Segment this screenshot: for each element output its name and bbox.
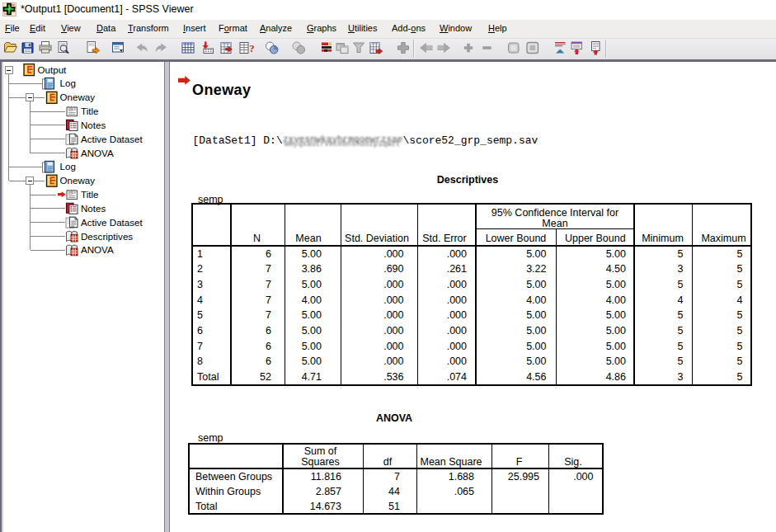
svg-text:4.56: 4.56 xyxy=(526,371,546,383)
svg-text:5: 5 xyxy=(737,371,743,383)
svg-text:5.00: 5.00 xyxy=(606,341,626,352)
svg-text:Active Dataset: Active Dataset xyxy=(81,134,143,144)
svg-text:Active Dataset: Active Dataset xyxy=(81,217,143,228)
svg-text:5: 5 xyxy=(678,309,684,321)
svg-text:Std. Deviation: Std. Deviation xyxy=(345,233,409,244)
svg-text:.000: .000 xyxy=(447,355,467,367)
svg-text:Output: Output xyxy=(38,64,68,75)
svg-text:\score52_grp_semp.sav: \score52_grp_semp.sav xyxy=(403,134,538,147)
svg-text:Title: Title xyxy=(81,106,98,116)
svg-text:25.995: 25.995 xyxy=(508,471,539,483)
svg-text:4.00: 4.00 xyxy=(302,294,322,306)
svg-text:Lower Bound: Lower Bound xyxy=(486,233,547,244)
svg-text:1.688: 1.688 xyxy=(449,471,474,483)
svg-text:Total: Total xyxy=(195,501,217,512)
svg-text:Notes: Notes xyxy=(81,203,106,214)
svg-text:semp: semp xyxy=(198,432,223,444)
svg-text:44: 44 xyxy=(388,486,400,497)
svg-text:4.50: 4.50 xyxy=(606,263,626,275)
svg-text:.000: .000 xyxy=(447,248,467,260)
svg-text:.000: .000 xyxy=(383,341,403,352)
svg-text:Title: Title xyxy=(81,189,98,200)
svg-text:.000: .000 xyxy=(383,294,403,306)
svg-text:5.00: 5.00 xyxy=(302,279,322,290)
svg-text:.000: .000 xyxy=(447,279,467,290)
svg-text:5.00: 5.00 xyxy=(526,309,546,321)
svg-text:.261: .261 xyxy=(447,263,467,275)
svg-text:Sig.: Sig. xyxy=(564,456,582,468)
svg-text:[DataSet1] D:\: [DataSet1] D:\ xyxy=(193,134,283,147)
svg-text:6: 6 xyxy=(266,325,271,337)
svg-text:5.00: 5.00 xyxy=(606,279,626,290)
svg-text:4: 4 xyxy=(197,294,203,306)
svg-text:Oneway: Oneway xyxy=(192,82,251,98)
svg-text:5.00: 5.00 xyxy=(302,248,322,260)
svg-text:Log: Log xyxy=(60,161,76,172)
svg-text:.065: .065 xyxy=(454,486,474,497)
svg-text:51: 51 xyxy=(388,501,400,512)
svg-text:5.00: 5.00 xyxy=(606,325,626,337)
svg-text:6: 6 xyxy=(266,248,271,260)
svg-text:5: 5 xyxy=(737,325,743,337)
svg-text:5.00: 5.00 xyxy=(526,325,546,337)
svg-text:4.00: 4.00 xyxy=(606,294,626,306)
svg-text:Upper Bound: Upper Bound xyxy=(565,233,626,244)
svg-text:.000: .000 xyxy=(447,341,467,352)
svg-text:5.00: 5.00 xyxy=(606,309,626,321)
svg-text:.000: .000 xyxy=(383,325,403,337)
svg-text:5.00: 5.00 xyxy=(302,341,322,352)
svg-text:5: 5 xyxy=(678,325,684,337)
svg-text:Std. Error: Std. Error xyxy=(422,233,467,244)
svg-text:3.22: 3.22 xyxy=(526,263,546,275)
svg-text:7: 7 xyxy=(266,309,271,321)
svg-text:5.00: 5.00 xyxy=(302,355,322,367)
svg-text:Mean: Mean xyxy=(542,218,567,229)
svg-text:7: 7 xyxy=(266,279,271,290)
svg-text:11.816: 11.816 xyxy=(311,471,341,483)
svg-text:6: 6 xyxy=(197,325,203,337)
svg-text:2.857: 2.857 xyxy=(316,486,341,497)
svg-text:4.00: 4.00 xyxy=(526,294,546,306)
svg-text:.536: .536 xyxy=(383,371,403,383)
svg-text:4.71: 4.71 xyxy=(302,371,322,383)
svg-text:5: 5 xyxy=(678,355,684,367)
svg-text:Log: Log xyxy=(60,78,76,88)
svg-text:5.00: 5.00 xyxy=(526,341,546,352)
svg-text:ANOVA: ANOVA xyxy=(81,244,114,255)
svg-text:6: 6 xyxy=(266,355,271,367)
svg-text:2: 2 xyxy=(197,263,203,275)
svg-text:3: 3 xyxy=(678,263,684,275)
svg-text:5: 5 xyxy=(737,341,743,352)
svg-text:6: 6 xyxy=(266,341,271,352)
svg-text:5: 5 xyxy=(737,279,743,290)
svg-text:1: 1 xyxy=(197,248,203,260)
svg-text:.000: .000 xyxy=(573,471,593,483)
svg-text:F: F xyxy=(516,456,523,468)
svg-text:.000: .000 xyxy=(383,248,403,260)
svg-text:5: 5 xyxy=(737,309,743,321)
svg-text:7: 7 xyxy=(394,471,400,483)
svg-text:Mean Square: Mean Square xyxy=(420,456,482,468)
svg-text:Total: Total xyxy=(197,371,219,383)
svg-text:5.00: 5.00 xyxy=(526,248,546,260)
svg-text:.690: .690 xyxy=(383,263,403,275)
svg-text:7: 7 xyxy=(266,263,271,275)
svg-text:5.00: 5.00 xyxy=(606,248,626,260)
svg-text:4: 4 xyxy=(678,294,684,306)
svg-text:5.00: 5.00 xyxy=(526,279,546,290)
svg-text:Notes: Notes xyxy=(81,120,106,130)
svg-text:4: 4 xyxy=(737,294,743,306)
svg-text:.074: .074 xyxy=(447,371,467,383)
svg-text:5: 5 xyxy=(197,309,203,321)
svg-text:5.00: 5.00 xyxy=(606,355,626,367)
svg-text:3.86: 3.86 xyxy=(302,263,322,275)
svg-text:ANOVA: ANOVA xyxy=(81,148,114,158)
svg-text:N: N xyxy=(253,233,261,244)
svg-text:.000: .000 xyxy=(447,294,467,306)
svg-text:.000: .000 xyxy=(383,279,403,290)
svg-text:4.86: 4.86 xyxy=(606,371,626,383)
svg-text:Maximum: Maximum xyxy=(701,233,745,244)
svg-text:Squares: Squares xyxy=(301,456,340,468)
svg-text:7: 7 xyxy=(266,294,271,306)
svg-text:Mean: Mean xyxy=(295,233,321,244)
